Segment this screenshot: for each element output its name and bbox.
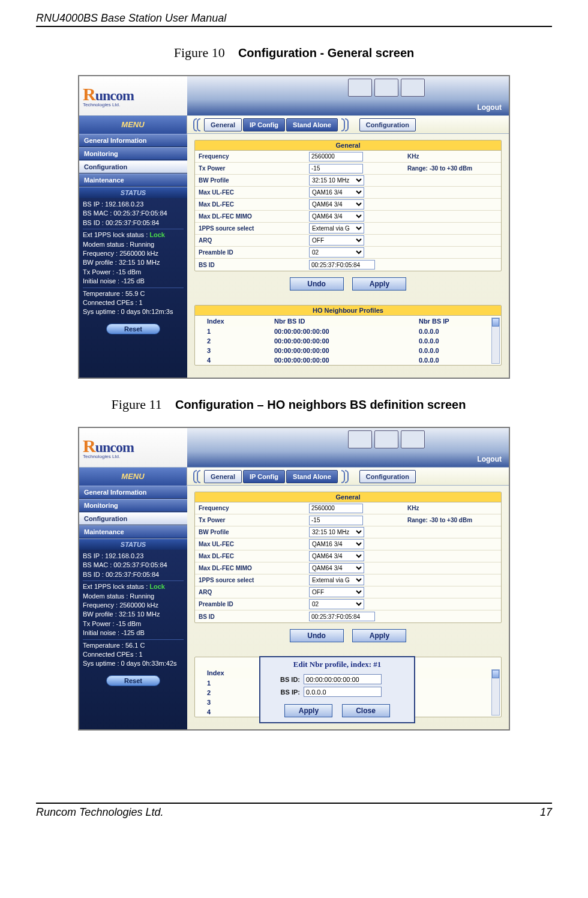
status-tx-power: Tx Power : -15 dBm [83,619,184,628]
cfg-select-arq[interactable]: OFF [309,235,364,246]
cfg-unit-tx-power: Range: -30 to +30 dBm [405,165,472,172]
popup-label-bs-ip: BS IP: [266,689,300,696]
footer-left: Runcom Technologies Ltd. [36,806,163,819]
popup-close-button[interactable]: Close [342,704,390,717]
status-frequency: Frequency : 2560000 kHz [83,249,184,258]
tab-stand-alone[interactable]: Stand Alone [286,118,338,131]
status-heading: STATUS [79,538,187,550]
figure-10-title: Configuration - General screen [238,46,414,59]
cfg-unit-frequency: KHz [405,505,419,511]
cfg-unit-frequency: KHz [405,153,419,160]
apply-button[interactable]: Apply [352,629,406,642]
status-bs-mac: BS MAC : 00:25:37:F0:05:84 [83,209,184,218]
screenshot-fig11: Runcom Technologies Ltd. Logout MENU Gen… [78,427,510,731]
header-icon-2 [374,430,398,448]
status-bs-id: BS ID : 00:25:37:F0:05:84 [83,218,184,228]
cfg-label-1pps-source: 1PPS source select [195,577,309,583]
cfg-select-1pps-source[interactable]: External via G [309,575,364,585]
ho-row[interactable]: 200:00:00:00:00:000.0.0.0 [195,336,501,346]
cfg-label-max-ul-fec: Max UL-FEC [195,541,309,547]
ho-row[interactable]: 100:00:00:00:00:000.0.0.0 [195,327,501,336]
cfg-label-max-dl-fec: Max DL-FEC [195,553,309,559]
status-bs-mac: BS MAC : 00:25:37:F0:05:84 [83,561,184,570]
doc-header: RNU4000BS Base Station User Manual [36,12,552,27]
status-modem: Modem status : Running [83,592,184,601]
cfg-select-max-ul-fec[interactable]: QAM16 3/4 [309,539,364,549]
tab-ip-config[interactable]: IP Config [243,118,285,131]
menu-heading: MENU [79,116,187,134]
cfg-label-frequency: Frequency [195,153,309,160]
tab-stand-alone[interactable]: Stand Alone [286,470,338,483]
status-connected-cpes: Connected CPEs : 1 [83,650,184,659]
logout-link[interactable]: Logout [477,455,502,463]
logo: RRuncomuncom Technologies Ltd. [79,76,187,115]
cfg-label-arq: ARQ [195,589,309,595]
sidebar-item-configuration[interactable]: Configuration [79,512,187,525]
status-temperature: Temperature : 56.1 C [83,641,184,650]
cfg-select-max-dl-fec[interactable]: QAM64 3/4 [309,551,364,561]
ho-scrollbar[interactable] [491,318,500,364]
sidebar-item-monitoring[interactable]: Monitoring [79,147,187,160]
cfg-select-preamble-id[interactable]: 02 [309,599,364,609]
reset-button[interactable]: Reset [106,324,160,334]
cfg-select-max-dl-fec-mimo[interactable]: QAM64 3/4 [309,563,364,573]
popup-input-bs-id[interactable] [304,674,382,684]
popup-apply-button[interactable]: Apply [284,704,332,717]
cfg-input-frequency[interactable] [309,504,363,513]
status-bw-profile: BW profile : 32:15 10 MHz [83,610,184,619]
screenshot-fig10: RRuncomuncom Technologies Ltd. Logout ME… [78,75,510,379]
undo-button[interactable]: Undo [290,277,344,291]
cfg-label-1pps-source: 1PPS source select [195,225,309,232]
status-connected-cpes: Connected CPEs : 1 [83,298,184,307]
sidebar-item-general-info[interactable]: General Information [79,134,187,147]
ho-col-nbr-bs-id: Nbr BS ID [262,316,407,327]
undo-button[interactable]: Undo [290,629,344,642]
cfg-label-max-dl-fec-mimo: Max DL-FEC MIMO [195,565,309,571]
ho-scrollbar[interactable] [491,669,500,716]
cfg-input-bs-id[interactable] [309,612,375,621]
sidebar-item-monitoring[interactable]: Monitoring [79,499,187,512]
cfg-label-frequency: Frequency [195,505,309,511]
cfg-select-1pps-source[interactable]: External via G [309,223,364,234]
cfg-select-bw-profile[interactable]: 32:15 10 MHz [309,527,364,537]
cfg-select-arq[interactable]: OFF [309,587,364,597]
cfg-input-tx-power[interactable] [309,516,363,525]
general-panel-title: General [195,492,501,502]
cfg-input-tx-power[interactable] [309,164,363,173]
tab-configuration-indicator: Configuration [359,470,416,483]
apply-button[interactable]: Apply [352,277,406,291]
sidebar-item-configuration[interactable]: Configuration [79,160,187,173]
cfg-input-bs-id[interactable] [309,260,375,270]
cfg-select-max-dl-fec-mimo[interactable]: QAM64 3/4 [309,211,364,221]
reset-button[interactable]: Reset [106,675,160,686]
cfg-input-frequency[interactable] [309,152,363,161]
ho-row[interactable]: 400:00:00:00:00:000.0.0.0 [195,355,501,365]
sidebar-item-maintenance[interactable]: Maintenance [79,173,187,187]
ho-row[interactable]: 300:00:00:00:00:000.0.0.0 [195,346,501,355]
tab-bracket-right-icon [339,470,350,483]
header-icon-1 [348,430,372,448]
tab-general[interactable]: General [204,118,242,131]
tab-ip-config[interactable]: IP Config [243,470,285,483]
figure-11-caption: Figure 11 Configuration – HO neighbors B… [25,397,552,412]
status-sys-uptime: Sys uptime : 0 days 0h:33m:42s [83,659,184,668]
tab-configuration-indicator: Configuration [359,118,416,131]
status-tx-power: Tx Power : -15 dBm [83,268,184,277]
sidebar-item-maintenance[interactable]: Maintenance [79,525,187,538]
ho-col-nbr-bs-ip: Nbr BS IP [407,316,501,327]
logo: Runcom Technologies Ltd. [79,428,187,467]
cfg-select-max-ul-fec[interactable]: QAM16 3/4 [309,187,364,197]
cfg-select-max-dl-fec[interactable]: QAM64 3/4 [309,199,364,209]
cfg-select-bw-profile[interactable]: 32:15 10 MHz [309,175,364,185]
status-initial-noise: Initial noise : -125 dB [83,277,184,286]
figure-11-title: Configuration – HO neighbors BS definiti… [175,398,466,411]
header-icon-3 [401,79,425,97]
cfg-label-bs-id: BS ID [195,262,309,268]
status-ext-1pps: Ext 1PPS lock status : Lock [83,582,184,591]
tab-general[interactable]: General [204,470,242,483]
logout-link[interactable]: Logout [477,103,502,112]
sidebar-item-general-info[interactable]: General Information [79,486,187,499]
cfg-select-preamble-id[interactable]: 02 [309,247,364,258]
status-bs-ip: BS IP : 192.168.0.23 [83,552,184,561]
popup-input-bs-ip[interactable] [304,687,382,697]
